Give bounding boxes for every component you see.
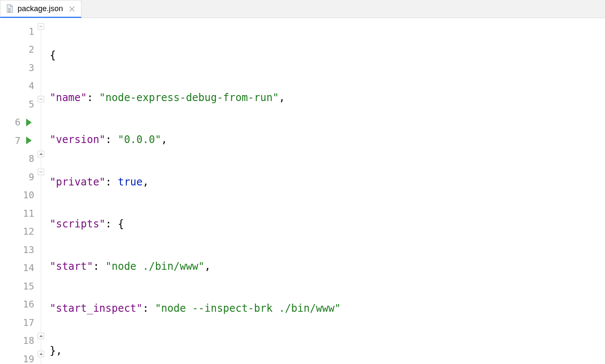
tab-package-json[interactable]: {} package.json bbox=[0, 0, 81, 18]
fold-end-icon[interactable] bbox=[38, 333, 44, 339]
line-number: 12 bbox=[20, 226, 34, 237]
tab-label: package.json bbox=[18, 4, 63, 13]
gutter-row: 15 bbox=[0, 277, 37, 295]
run-script-icon[interactable] bbox=[26, 119, 32, 126]
line-number: 8 bbox=[20, 153, 34, 164]
line-number: 11 bbox=[20, 208, 34, 219]
line-number: 3 bbox=[20, 63, 34, 73]
json-string: "node --inspect-brk ./bin/www" bbox=[155, 302, 341, 314]
gutter-row: 3 bbox=[0, 59, 37, 77]
fold-marker-icon[interactable] bbox=[38, 23, 44, 30]
code-area[interactable]: { "name": "node-express-debug-from-run",… bbox=[46, 18, 605, 364]
json-bool: true bbox=[118, 176, 143, 188]
fold-end-icon[interactable] bbox=[38, 151, 44, 157]
gutter-row: 9 bbox=[0, 168, 37, 186]
gutter-row: 6 bbox=[0, 113, 37, 132]
fold-end-icon[interactable] bbox=[38, 351, 44, 357]
gutter-row: 5 bbox=[0, 95, 37, 113]
line-number: 15 bbox=[20, 281, 34, 292]
gutter-row: 7 bbox=[0, 131, 37, 150]
gutter-row: 13 bbox=[0, 241, 37, 259]
gutter-row: 12 bbox=[0, 223, 37, 241]
tab-bar: {} package.json bbox=[0, 0, 605, 18]
json-key: "private" bbox=[50, 176, 105, 188]
line-number: 5 bbox=[20, 99, 34, 110]
gutter-row: 2 bbox=[0, 41, 37, 59]
gutter-row: 16 bbox=[0, 295, 37, 314]
line-number: 14 bbox=[20, 263, 34, 273]
json-key: "start" bbox=[50, 260, 93, 272]
gutter-row: 1 bbox=[0, 22, 37, 41]
line-number: 19 bbox=[20, 354, 34, 364]
json-string: "node ./bin/www" bbox=[105, 260, 204, 272]
line-number: 6 bbox=[6, 117, 21, 128]
close-icon[interactable] bbox=[69, 6, 75, 12]
line-number: 17 bbox=[20, 317, 34, 328]
brace-open: { bbox=[50, 49, 56, 61]
brace-close: }, bbox=[50, 345, 62, 357]
fold-marker-icon[interactable] bbox=[38, 96, 44, 102]
line-number: 7 bbox=[6, 135, 21, 146]
gutter-row: 10 bbox=[0, 186, 37, 205]
json-string: "node-express-debug-from-run" bbox=[99, 92, 279, 104]
svg-text:{}: {} bbox=[8, 8, 11, 12]
gutter-row: 8 bbox=[0, 150, 37, 168]
line-number: 13 bbox=[20, 245, 34, 255]
editor[interactable]: 12345678910111213141516171819 { "name": … bbox=[0, 18, 605, 364]
run-script-icon[interactable] bbox=[26, 137, 32, 144]
gutter-row: 17 bbox=[0, 313, 37, 332]
json-string: "0.0.0" bbox=[118, 134, 161, 146]
fold-column bbox=[37, 18, 46, 364]
gutter-row: 19 bbox=[0, 350, 37, 364]
fold-marker-icon[interactable] bbox=[38, 169, 44, 175]
json-key: "scripts" bbox=[50, 218, 105, 230]
json-key: "name" bbox=[50, 92, 87, 104]
line-number: 2 bbox=[20, 44, 34, 55]
line-number: 18 bbox=[20, 335, 34, 346]
line-number: 9 bbox=[20, 172, 34, 182]
gutter-row: 11 bbox=[0, 204, 37, 223]
line-number: 16 bbox=[20, 299, 34, 310]
json-key: "version" bbox=[50, 134, 105, 146]
gutter-row: 14 bbox=[0, 259, 37, 277]
json-key: "start_inspect" bbox=[50, 302, 143, 314]
gutter: 12345678910111213141516171819 bbox=[0, 18, 37, 364]
line-number: 4 bbox=[20, 81, 34, 91]
line-number: 10 bbox=[20, 190, 34, 200]
line-number: 1 bbox=[20, 26, 34, 37]
json-file-icon: {} bbox=[5, 4, 14, 13]
gutter-row: 4 bbox=[0, 77, 37, 95]
gutter-row: 18 bbox=[0, 332, 37, 350]
